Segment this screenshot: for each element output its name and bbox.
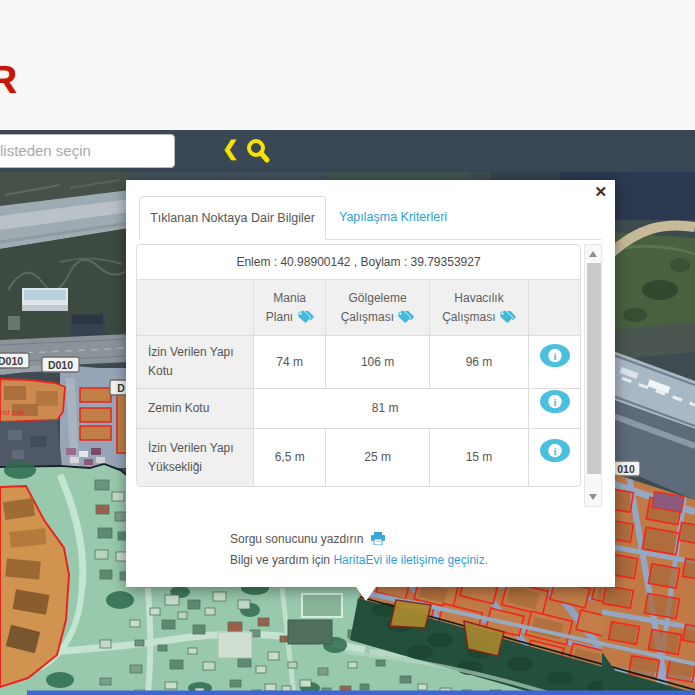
svg-text:i: i [553,396,556,408]
svg-text:i: i [553,445,556,457]
svg-text:D010: D010 [48,359,73,371]
svg-text:D010: D010 [0,355,23,367]
svg-text:nd mal: nd mal [1,408,24,417]
svg-text:i: i [553,349,556,361]
svg-text:D: D [117,382,125,394]
svg-text:010: 010 [617,463,635,475]
